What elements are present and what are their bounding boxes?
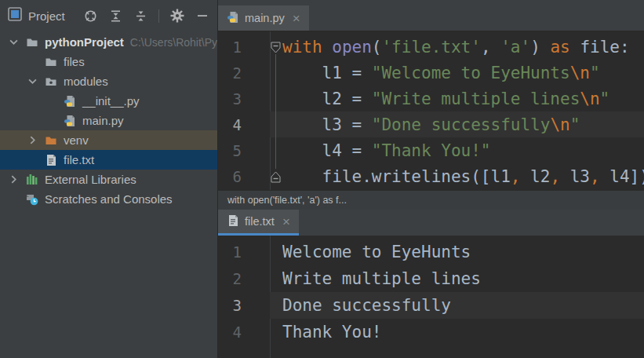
tree-item-init-py[interactable]: __init__.py [0, 91, 217, 111]
tree-item-main-py[interactable]: main.py [0, 111, 217, 130]
project-path: C:\Users\Rohit\Py... [130, 36, 217, 49]
code-line-6[interactable]: 6 file.writelines([l1, l2, l3, l4]) [218, 163, 644, 189]
code-text[interactable]: l4 = "Thank You!" [282, 137, 644, 163]
expand-all-icon[interactable] [108, 9, 123, 24]
code-line-2[interactable]: 2 l1 = "Welcome to EyeHunts\n" [218, 60, 644, 86]
code-text[interactable]: l2 = "Write multiple lines\n" [282, 86, 644, 111]
line-number: 3 [218, 90, 270, 108]
context-breadcrumb-bar: with open('file.txt', 'a') as f... [218, 190, 644, 210]
fold-gutter [270, 34, 282, 60]
token-pl: l3 = [282, 115, 372, 134]
chevron-down-icon[interactable] [25, 77, 44, 86]
chevron-down-icon[interactable] [6, 38, 25, 46]
close-icon[interactable]: × [293, 12, 300, 25]
token-pl: , [481, 38, 500, 57]
line-number: 3 [218, 297, 270, 314]
token-st: "Done successfully [372, 115, 551, 134]
hide-icon[interactable] [195, 9, 209, 24]
token-st: " [600, 90, 610, 108]
collapse-all-icon[interactable] [133, 9, 148, 24]
context-line-text: with open('file.txt', 'a') as f... [227, 195, 347, 206]
code-line-1[interactable]: 1with open('file.txt', 'a') as file: [218, 34, 644, 60]
token-st: " [570, 115, 580, 134]
tree-item-label: __init__.py [82, 94, 140, 108]
token-kw: , [511, 167, 521, 186]
code-line-3[interactable]: 3Done successfully [218, 292, 644, 319]
code-line-3[interactable]: 3 l2 = "Write multiple lines\n" [218, 86, 644, 111]
tree-item-label: file.txt [64, 153, 94, 166]
editor-area: main.py × 1with open('file.txt', 'a') as… [218, 0, 644, 358]
tree-item-modules[interactable]: modules [0, 71, 217, 91]
code-line-1[interactable]: 1Welcome to EyeHunts [218, 239, 644, 265]
code-text[interactable]: Done successfully [282, 292, 644, 319]
tree-item-files[interactable]: files [0, 52, 217, 71]
close-icon[interactable]: × [282, 215, 290, 228]
fold-gutter [270, 239, 282, 265]
code-text[interactable]: Welcome to EyeHunts [282, 239, 644, 265]
fold-gutter [270, 292, 282, 319]
text-file-icon [44, 154, 58, 166]
locate-icon[interactable] [83, 9, 98, 24]
code-line-4[interactable]: 4Thank You! [218, 319, 644, 345]
code-line-5[interactable]: 5 l4 = "Thank You!" [218, 137, 644, 163]
chevron-right-icon[interactable] [6, 175, 25, 184]
fold-start-marker[interactable] [271, 42, 281, 57]
fold-gutter [270, 319, 282, 345]
tree-item-file-txt[interactable]: file.txt [0, 150, 217, 170]
library-icon [25, 174, 39, 186]
text-file-icon [227, 214, 239, 229]
token-st: 'file.txt' [381, 38, 480, 57]
tree-item-scratches[interactable]: Scratches and Consoles [0, 189, 217, 209]
token-pl: l4 = [282, 141, 372, 160]
python-icon [63, 95, 77, 108]
fold-end-marker[interactable] [271, 171, 281, 186]
tree-item-external-libraries[interactable]: External Libraries [0, 170, 217, 189]
tree-item-label: Scratches and Consoles [45, 192, 173, 206]
token-pl: file: [570, 38, 630, 57]
chevron-right-icon[interactable] [25, 136, 44, 144]
line-number: 1 [218, 38, 270, 56]
code-text[interactable]: file.writelines([l1, l2, l3, l4]) [282, 163, 644, 189]
project-tool-window: Project pythonProjectC:\Users\Rohit\Py..… [0, 0, 218, 358]
code-text[interactable]: l1 = "Welcome to EyeHunts\n" [282, 60, 644, 86]
editor-tabbar-top: main.py × [218, 0, 644, 31]
tab-main-py[interactable]: main.py × [218, 5, 309, 31]
code-text[interactable]: Write multiple lines [282, 265, 644, 292]
token-pl: ( [372, 38, 382, 57]
token-pl: l2 = [282, 90, 372, 108]
code-editor-file-txt[interactable]: 1Welcome to EyeHunts2Write multiple line… [218, 236, 644, 358]
token-pl: ) [530, 38, 550, 57]
project-window-icon[interactable] [8, 7, 22, 24]
tab-label: main.py [245, 12, 285, 24]
code-text[interactable]: with open('file.txt', 'a') as file: [282, 34, 644, 60]
code-line-4[interactable]: 4 l3 = "Done successfully\n" [218, 111, 644, 137]
code-line-2[interactable]: 2Write multiple lines [218, 265, 644, 292]
fold-gutter [270, 86, 282, 111]
tree-item-label: External Libraries [45, 173, 136, 186]
tree-item-venv[interactable]: venv [0, 130, 217, 150]
line-number: 5 [218, 142, 270, 159]
tab-label: file.txt [245, 215, 275, 228]
code-editor-main-py[interactable]: 1with open('file.txt', 'a') as file:2 l1… [218, 31, 644, 190]
line-number: 4 [218, 116, 270, 133]
token-kw: as [550, 38, 569, 57]
fold-gutter [270, 137, 282, 163]
token-st: 'a' [500, 38, 530, 57]
fold-gutter [270, 163, 282, 189]
token-pl: l3 [560, 167, 590, 186]
fold-gutter [270, 265, 282, 292]
settings-icon[interactable] [169, 9, 184, 24]
code-text[interactable]: l3 = "Done successfully\n" [282, 111, 644, 137]
code-text[interactable]: Thank You! [282, 319, 644, 345]
line-number: 6 [218, 168, 270, 185]
tab-file-txt[interactable]: file.txt × [218, 210, 299, 236]
token-pl: file.writelines([l1 [282, 167, 511, 186]
project-panel-toolbar [83, 9, 209, 24]
token-es: \n [580, 90, 599, 108]
project-panel-title: Project [28, 9, 65, 23]
project-panel-header: Project [0, 0, 217, 31]
tree-item-pythonProject[interactable]: pythonProjectC:\Users\Rohit\Py... [0, 32, 217, 52]
token-pl [322, 38, 333, 57]
pycharm-window: Project pythonProjectC:\Users\Rohit\Py..… [0, 0, 644, 358]
line-number: 2 [218, 64, 270, 82]
